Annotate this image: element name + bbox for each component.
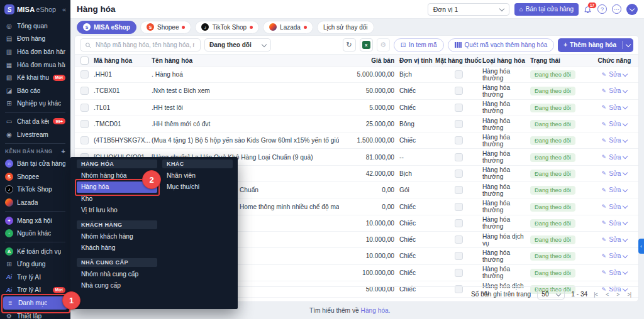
sidebar-item-tro-ly-ai-2[interactable]: AiTrợ lý AIMới xyxy=(0,284,70,297)
last-page-icon[interactable]: >| xyxy=(627,291,631,298)
learn-more-link[interactable]: Hàng hóa. xyxy=(361,307,391,314)
chevron-down-icon xyxy=(623,253,628,258)
row-checkbox[interactable] xyxy=(80,104,89,112)
menu-item-nh-n-vi-n[interactable]: Nhân viên xyxy=(162,170,233,181)
sidebar-item-livestream[interactable]: ◉Livestream xyxy=(0,128,70,141)
drug-checkbox[interactable] xyxy=(455,235,463,244)
help-button[interactable]: ? xyxy=(597,4,607,14)
sidebar-item-mang-xa-hoi[interactable]: ✦Mạng xã hội xyxy=(0,214,70,227)
sidebar-item-thiet-lap[interactable]: ⚙Thiết lập xyxy=(0,310,70,319)
edit-button[interactable]: ✎Sửa xyxy=(602,137,628,144)
sidebar-item-tiktok-shop[interactable]: ♪TikTok Shop xyxy=(0,183,70,197)
menu-item-m-c-thu-chi[interactable]: Mục thu/chi xyxy=(162,181,233,193)
menu-item-v-tr-l-u-kho[interactable]: Vị trí lưu kho xyxy=(77,205,157,217)
add-product-button[interactable]: + Thêm hàng hóa xyxy=(558,38,633,52)
tab-misa-eshop[interactable]: SMISA eShop xyxy=(77,21,136,34)
edit-button[interactable]: ✎Sửa xyxy=(602,121,628,127)
collapse-panel-handle[interactable]: ‹ xyxy=(638,239,644,254)
notifications-button[interactable]: 17 xyxy=(584,5,592,14)
select-all-checkbox[interactable] xyxy=(80,57,89,65)
sidebar-item-don-hang[interactable]: ▤Đơn hàng xyxy=(0,33,70,46)
sidebar-item-tong-quan[interactable]: ◎Tổng quan xyxy=(0,19,70,33)
tab-tiktok-shop[interactable]: ♪TikTok Shop xyxy=(195,21,259,34)
cell-status: Đang theo dõi xyxy=(530,104,591,111)
add-channel-button[interactable]: + xyxy=(61,148,65,155)
prev-page-icon[interactable]: < xyxy=(606,291,608,298)
sidebar-item-bao-cao[interactable]: ◪Báo cáo xyxy=(0,84,70,97)
row-checkbox[interactable] xyxy=(80,136,89,144)
row-checkbox[interactable] xyxy=(80,120,89,128)
sidebar-item-hoa-don-ban-hang[interactable]: ▥Hóa đơn bán hàng xyxy=(0,45,70,58)
drug-checkbox[interactable] xyxy=(455,170,463,178)
menu-item-kh-ch-h-ng[interactable]: Khách hàng xyxy=(77,242,157,254)
more-apps-button[interactable]: ⋯ xyxy=(612,4,621,14)
sidebar-item-shopee[interactable]: SShopee xyxy=(0,170,70,183)
edit-button[interactable]: ✎Sửa xyxy=(602,104,628,111)
edit-button[interactable]: ✎Sửa xyxy=(602,236,628,243)
next-page-icon[interactable]: > xyxy=(616,291,619,298)
col-header-code: Mã hàng hóa xyxy=(94,57,152,64)
drug-checkbox[interactable] xyxy=(455,219,463,227)
menu-item-kho[interactable]: Kho xyxy=(77,193,157,205)
sidebar-item-lazada[interactable]: Lazada xyxy=(0,196,70,209)
menu-item-nh-cung-c-p[interactable]: Nhà cung cấp xyxy=(77,280,157,292)
cell-code: (4T1B5HYSKG7X... xyxy=(94,137,152,144)
drug-checkbox[interactable] xyxy=(455,104,463,112)
drug-checkbox[interactable] xyxy=(455,136,463,144)
search-input[interactable] xyxy=(94,41,196,49)
first-page-icon[interactable]: |< xyxy=(594,291,597,298)
drug-checkbox[interactable] xyxy=(455,70,463,78)
unit-select[interactable]: Đơn vị 1 xyxy=(428,3,509,16)
sidebar-item-ke-khai-thue[interactable]: ▧Kê khai thuếMới xyxy=(0,71,70,84)
edit-button[interactable]: ✎Sửa xyxy=(602,203,628,210)
drug-checkbox[interactable] xyxy=(455,87,463,95)
drug-checkbox[interactable] xyxy=(455,252,463,260)
sidebar-divider xyxy=(5,242,65,242)
edit-button[interactable]: ✎Sửa xyxy=(602,269,628,276)
tab-shopee[interactable]: SShopee xyxy=(140,21,191,34)
edit-button[interactable]: ✎Sửa xyxy=(602,87,628,94)
tab-l-ch-s-thay-i[interactable]: Lịch sử thay đổi xyxy=(317,21,374,34)
status-filter-select[interactable]: Đang theo dõi xyxy=(204,38,271,51)
drug-checkbox[interactable] xyxy=(455,203,463,211)
drug-checkbox[interactable] xyxy=(455,120,463,128)
row-checkbox[interactable] xyxy=(80,70,89,78)
drug-checkbox[interactable] xyxy=(455,269,463,277)
sidebar-item-ke-toan-dich-vu[interactable]: AKế toán dịch vụ xyxy=(0,245,70,258)
store-sale-button[interactable]: ⌂ Bán tại cửa hàng xyxy=(514,3,579,16)
scan-barcode-button[interactable]: Quét mã vạch thêm hàng hóa xyxy=(448,38,555,52)
sidebar-item-label: Tổng quan xyxy=(17,23,48,30)
edit-label: Sửa xyxy=(609,137,621,144)
sidebar-item-hoa-don-mua-hang[interactable]: ▦Hóa đơn mua hàng xyxy=(0,58,70,72)
edit-button[interactable]: ✎Sửa xyxy=(602,154,628,161)
add-product-dropdown[interactable] xyxy=(623,44,633,46)
drug-checkbox[interactable] xyxy=(455,186,463,194)
export-excel-button[interactable]: x xyxy=(360,38,373,51)
edit-button[interactable]: ✎Sửa xyxy=(602,170,628,177)
sidebar-item-danh-muc[interactable]: ≡Danh mục xyxy=(3,296,67,310)
edit-label: Sửa xyxy=(609,170,621,177)
sidebar-item-nghiep-vu-khac[interactable]: ⊞Nghiệp vụ khác xyxy=(0,97,70,111)
table-settings-button[interactable]: ⚙ xyxy=(377,38,390,51)
menu-item-nh-m-nh-cung-c-p[interactable]: Nhóm nhà cung cấp xyxy=(77,268,157,280)
tab-lazada[interactable]: Lazada xyxy=(263,21,313,34)
sidebar-item-ung-dung[interactable]: ⊞Ứng dụng xyxy=(0,258,70,271)
drug-checkbox[interactable] xyxy=(455,153,463,161)
user-avatar[interactable] xyxy=(626,4,638,15)
sidebar-item-chat-da-kenh[interactable]: ▭Chat đa kênh99+ xyxy=(0,115,70,128)
edit-button[interactable]: ✎Sửa xyxy=(602,220,628,227)
edit-button[interactable]: ✎Sửa xyxy=(602,252,628,259)
sidebar-collapse-icon[interactable]: « xyxy=(62,6,66,13)
sidebar-item-ban-tai-cua-hang[interactable]: ⌂Bán tại cửa hàng xyxy=(0,157,70,170)
edit-button[interactable]: ✎Sửa xyxy=(602,187,628,193)
sidebar-item-nguon-khac[interactable]: ◦Nguồn khác xyxy=(0,227,70,240)
sidebar-item-tro-ly-ai-1[interactable]: AiTrợ lý AI xyxy=(0,271,70,284)
row-checkbox[interactable] xyxy=(80,87,89,95)
menu-item-nh-m-kh-ch-h-ng[interactable]: Nhóm khách hàng xyxy=(77,230,157,242)
cell-code: .TCBX01 xyxy=(94,87,152,94)
edit-button[interactable]: ✎Sửa xyxy=(602,71,628,78)
print-label-button[interactable]: ⊡ In tem mã xyxy=(394,38,444,52)
page-size-select[interactable]: 50 xyxy=(537,289,565,300)
search-box[interactable] xyxy=(80,38,201,51)
refresh-button[interactable]: ↻ xyxy=(343,38,356,51)
